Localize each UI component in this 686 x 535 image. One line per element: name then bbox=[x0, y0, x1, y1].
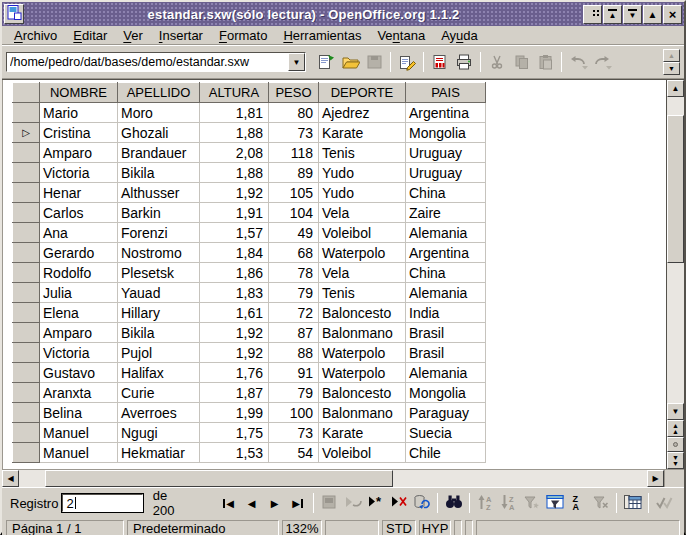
table-cell[interactable]: 78 bbox=[269, 263, 319, 283]
row-selector[interactable] bbox=[13, 343, 40, 363]
row-selector[interactable] bbox=[13, 363, 40, 383]
table-cell[interactable]: Carlos bbox=[40, 203, 118, 223]
table-cell[interactable]: Paraguay bbox=[406, 403, 486, 423]
table-cell[interactable]: 1,87 bbox=[200, 383, 269, 403]
table-cell[interactable]: Henar bbox=[40, 183, 118, 203]
system-menu-button[interactable] bbox=[4, 4, 24, 24]
table-cell[interactable]: Gerardo bbox=[40, 243, 118, 263]
table-cell[interactable]: 1,92 bbox=[200, 343, 269, 363]
table-cell[interactable]: China bbox=[406, 183, 486, 203]
table-cell[interactable]: Balonmano bbox=[319, 323, 406, 343]
table-cell[interactable]: Nostromo bbox=[118, 243, 200, 263]
row-selector[interactable] bbox=[13, 243, 40, 263]
table-cell[interactable]: Forenzi bbox=[118, 223, 200, 243]
table-cell[interactable]: 73 bbox=[269, 423, 319, 443]
scrollbar-track[interactable] bbox=[667, 263, 684, 403]
table-cell[interactable]: Argentina bbox=[406, 243, 486, 263]
table-cell[interactable]: 49 bbox=[269, 223, 319, 243]
table-cell[interactable]: Waterpolo bbox=[319, 363, 406, 383]
table-cell[interactable]: Vela bbox=[319, 263, 406, 283]
table-cell[interactable]: 1,88 bbox=[200, 163, 269, 183]
maximize-button[interactable]: ▲ bbox=[643, 5, 662, 24]
table-cell[interactable]: Barkin bbox=[118, 203, 200, 223]
minimize-button[interactable]: ▼ bbox=[623, 5, 642, 24]
table-cell[interactable]: Belina bbox=[40, 403, 118, 423]
table-cell[interactable]: Yauad bbox=[118, 283, 200, 303]
menu-formato[interactable]: Formato bbox=[211, 27, 275, 44]
table-cell[interactable]: Bikila bbox=[118, 163, 200, 183]
table-cell[interactable]: Cristina bbox=[40, 123, 118, 143]
record-number-input[interactable]: 2 bbox=[62, 494, 142, 512]
menu-ventana[interactable]: Ventana bbox=[369, 27, 433, 44]
table-cell[interactable]: 73 bbox=[269, 123, 319, 143]
column-header-peso[interactable]: PESO bbox=[269, 83, 319, 103]
table-cell[interactable]: China bbox=[406, 263, 486, 283]
menu-herramientas[interactable]: Herramientas bbox=[275, 27, 369, 44]
menu-editar[interactable]: Editar bbox=[65, 27, 115, 44]
table-cell[interactable]: 1,57 bbox=[200, 223, 269, 243]
row-selector[interactable] bbox=[13, 303, 40, 323]
table-cell[interactable]: Yudo bbox=[319, 163, 406, 183]
scrollbar-thumb[interactable] bbox=[667, 115, 684, 263]
table-cell[interactable]: Karate bbox=[319, 423, 406, 443]
table-cell[interactable]: 1,75 bbox=[200, 423, 269, 443]
table-cell[interactable]: 1,76 bbox=[200, 363, 269, 383]
table-cell[interactable]: Mario bbox=[40, 103, 118, 123]
row-selector[interactable] bbox=[13, 103, 40, 123]
table-cell[interactable]: Hillary bbox=[118, 303, 200, 323]
table-cell[interactable]: 104 bbox=[269, 203, 319, 223]
print-button[interactable] bbox=[452, 50, 476, 74]
status-hyperlink-mode[interactable]: HYP bbox=[419, 520, 451, 535]
table-cell[interactable]: 88 bbox=[269, 343, 319, 363]
system-menu-button[interactable] bbox=[583, 5, 602, 24]
export-pdf-button[interactable] bbox=[428, 50, 452, 74]
select-all-corner[interactable] bbox=[13, 83, 40, 103]
table-cell[interactable]: Voleibol bbox=[319, 443, 406, 463]
delete-record-button[interactable] bbox=[387, 493, 410, 514]
table-cell[interactable]: Tenis bbox=[319, 283, 406, 303]
table-cell[interactable]: Baloncesto bbox=[319, 383, 406, 403]
column-header-nombre[interactable]: NOMBRE bbox=[40, 83, 118, 103]
table-cell[interactable]: Plesetsk bbox=[118, 263, 200, 283]
row-selector[interactable] bbox=[13, 283, 40, 303]
open-button[interactable] bbox=[338, 50, 362, 74]
row-selector[interactable] bbox=[13, 423, 40, 443]
new-record-button[interactable]: * bbox=[364, 493, 387, 514]
next-page-button[interactable]: ▼▼ bbox=[667, 452, 684, 469]
data-source-table-button[interactable] bbox=[621, 493, 644, 514]
table-cell[interactable]: Victoria bbox=[40, 343, 118, 363]
table-cell[interactable]: 1,84 bbox=[200, 243, 269, 263]
row-selector[interactable] bbox=[13, 163, 40, 183]
table-cell[interactable]: Victoria bbox=[40, 163, 118, 183]
status-insert-mode[interactable]: STD bbox=[382, 520, 416, 535]
url-input[interactable] bbox=[7, 54, 288, 70]
table-cell[interactable]: Curie bbox=[118, 383, 200, 403]
table-cell[interactable]: Vela bbox=[319, 203, 406, 223]
row-selector[interactable] bbox=[13, 403, 40, 423]
table-cell[interactable]: 68 bbox=[269, 243, 319, 263]
table-cell[interactable]: Halifax bbox=[118, 363, 200, 383]
column-header-deporte[interactable]: DEPORTE bbox=[319, 83, 406, 103]
status-page-style[interactable]: Predeterminado bbox=[127, 520, 279, 535]
scroll-down-button[interactable]: ▼ bbox=[667, 403, 684, 420]
table-cell[interactable]: 1,88 bbox=[200, 123, 269, 143]
column-header-apellido[interactable]: APELLIDO bbox=[118, 83, 200, 103]
table-cell[interactable]: Waterpolo bbox=[319, 343, 406, 363]
table-cell[interactable]: Elena bbox=[40, 303, 118, 323]
previous-page-button[interactable]: ▲▲ bbox=[667, 420, 684, 437]
scroll-left-button[interactable]: ◀ bbox=[2, 470, 19, 487]
standard-filter-button[interactable] bbox=[543, 493, 566, 514]
table-cell[interactable]: Mongolia bbox=[406, 383, 486, 403]
url-combobox[interactable]: ▼ bbox=[6, 52, 306, 72]
table-cell[interactable]: 1,92 bbox=[200, 183, 269, 203]
table-cell[interactable]: Brandauer bbox=[118, 143, 200, 163]
menu-archivo[interactable]: Archivo bbox=[6, 27, 65, 44]
table-cell[interactable]: Amparo bbox=[40, 323, 118, 343]
table-cell[interactable]: Rodolfo bbox=[40, 263, 118, 283]
row-selector[interactable] bbox=[13, 143, 40, 163]
table-cell[interactable]: 2,08 bbox=[200, 143, 269, 163]
table-cell[interactable]: Ana bbox=[40, 223, 118, 243]
next-record-button[interactable]: ▶ bbox=[263, 493, 286, 514]
column-header-altura[interactable]: ALTURA bbox=[200, 83, 269, 103]
prev-record-button[interactable]: ◀ bbox=[240, 493, 263, 514]
